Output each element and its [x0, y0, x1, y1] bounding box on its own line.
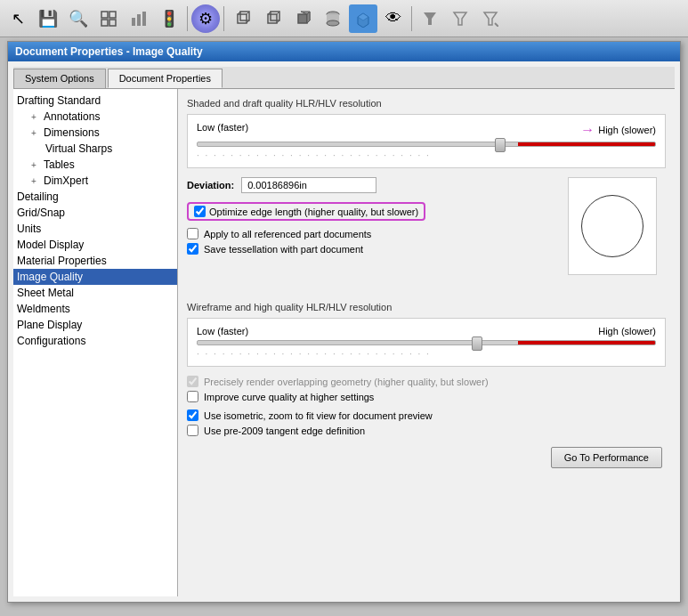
bottom-options: Use isometric, zoom to fit view for docu…	[187, 409, 666, 436]
tree-item-grid-snap[interactable]: Grid/Snap	[13, 205, 177, 221]
grid-icon[interactable]	[94, 4, 123, 33]
dialog-title: Document Properties - Image Quality	[8, 42, 680, 61]
search-icon[interactable]: 🔍	[64, 4, 93, 33]
chart-icon[interactable]	[125, 4, 153, 33]
svg-rect-3	[109, 20, 116, 26]
precisely-row: Precisely render overlapping geometry (h…	[187, 376, 666, 387]
svg-marker-27	[484, 12, 497, 25]
sep1	[187, 6, 188, 31]
svg-rect-0	[101, 12, 108, 18]
shaded-slider-row	[197, 142, 656, 147]
main-layout: Drafting Standard +Annotations +Dimensio…	[13, 89, 675, 596]
gear-icon[interactable]: ⚙	[191, 4, 220, 33]
wireframe-slider-thumb[interactable]	[472, 336, 482, 351]
pre2009-checkbox[interactable]	[187, 425, 198, 436]
cube-wire-icon[interactable]	[228, 4, 256, 33]
button-row: Go To Performance	[187, 447, 666, 468]
svg-rect-4	[132, 18, 135, 26]
optimize-box: Optimize edge length (higher quality, bu…	[187, 202, 425, 221]
tree-item-dimxpert[interactable]: +DimXpert	[13, 173, 177, 189]
wireframe-slider-labels: Low (faster) High (slower)	[197, 326, 656, 336]
slider-arrow-icon: →	[580, 122, 595, 138]
pre2009-row: Use pre-2009 tangent edge definition	[187, 425, 666, 436]
tree-item-sheet-metal[interactable]: Sheet Metal	[13, 285, 177, 301]
tree-item-weldments[interactable]: Weldments	[13, 301, 177, 317]
wireframe-section: Wireframe and high quality HLR/HLV resol…	[187, 302, 666, 402]
tree-item-configurations[interactable]: Configurations	[13, 333, 177, 349]
tree-item-units[interactable]: Units	[13, 221, 177, 237]
precisely-label: Precisely render overlapping geometry (h…	[204, 377, 489, 387]
svg-marker-25	[424, 12, 436, 25]
tree-item-virtual-sharps[interactable]: Virtual Sharps	[13, 141, 177, 157]
tab-document-properties[interactable]: Document Properties	[108, 69, 223, 88]
cube-blue-icon[interactable]	[349, 4, 377, 33]
tree-item-drafting-standard[interactable]: Drafting Standard	[13, 93, 177, 109]
shaded-section-title: Shaded and draft quality HLR/HLV resolut…	[187, 98, 666, 109]
tree-item-material-properties[interactable]: Material Properties	[13, 253, 177, 269]
improve-row: Improve curve quality at higher settings	[187, 391, 666, 402]
tabs: System Options Document Properties	[13, 67, 675, 89]
tree-item-annotations[interactable]: +Annotations	[13, 109, 177, 125]
sep2	[223, 6, 224, 31]
right-panel: Shaded and draft quality HLR/HLV resolut…	[178, 89, 675, 596]
wireframe-section-title: Wireframe and high quality HLR/HLV resol…	[187, 302, 666, 312]
wireframe-slider-section: Low (faster) High (slower) · · · · · · ·…	[187, 318, 666, 367]
filter1-icon[interactable]	[416, 4, 444, 33]
deviation-label: Deviation:	[187, 180, 234, 190]
svg-rect-6	[142, 12, 146, 26]
dialog: Document Properties - Image Quality Syst…	[7, 41, 681, 603]
dialog-content: System Options Document Properties Draft…	[8, 61, 680, 602]
wireframe-low-label: Low (faster)	[197, 326, 248, 336]
isometric-checkbox[interactable]	[187, 409, 198, 421]
shaded-slider-section: Low (faster) → High (slower) · · · · · ·…	[187, 114, 666, 168]
isometric-label[interactable]: Use isometric, zoom to fit view for docu…	[204, 410, 433, 421]
go-to-performance-button[interactable]: Go To Performance	[551, 447, 662, 468]
tree-item-model-display[interactable]: Model Display	[13, 237, 177, 253]
filter3-icon[interactable]	[476, 4, 505, 33]
optimize-checkbox[interactable]	[194, 206, 206, 217]
pre2009-label[interactable]: Use pre-2009 tangent edge definition	[204, 426, 365, 436]
svg-line-28	[495, 23, 498, 27]
toolbar: ↖ 💾 🔍 🚦 ⚙ 👁	[0, 0, 688, 37]
shaded-options-area: Deviation: Optimize edge length (higher …	[187, 177, 666, 293]
filter2-icon[interactable]	[446, 4, 474, 33]
arrow-icon[interactable]: ↖	[4, 4, 32, 33]
shaded-low-label: Low (faster)	[197, 122, 248, 138]
shaded-high-label: High (slower)	[598, 125, 656, 135]
precisely-checkbox	[187, 376, 198, 387]
cube-back-icon[interactable]	[258, 4, 287, 33]
tree-item-image-quality[interactable]: Image Quality	[13, 269, 177, 285]
preview-area	[568, 177, 657, 275]
wireframe-dots: · · · · · · · · · · · · · · · · · · · · …	[197, 349, 656, 359]
svg-rect-2	[101, 20, 108, 26]
shaded-dots: · · · · · · · · · · · · · · · · · · · · …	[197, 150, 656, 160]
apply-label[interactable]: Apply to all referenced part documents	[204, 229, 371, 239]
shaded-slider-thumb[interactable]	[495, 138, 506, 152]
wireframe-slider-track[interactable]	[197, 340, 656, 345]
circle-preview	[581, 195, 643, 257]
shaded-slider-track[interactable]	[197, 142, 656, 147]
save-label[interactable]: Save tessellation with part document	[204, 244, 363, 255]
tree-item-tables[interactable]: +Tables	[13, 157, 177, 173]
svg-marker-12	[268, 14, 277, 23]
traffic-light-icon[interactable]: 🚦	[155, 4, 183, 33]
eye-icon[interactable]: 👁	[379, 4, 408, 33]
svg-rect-5	[137, 14, 141, 26]
tree-item-detailing[interactable]: Detailing	[13, 189, 177, 205]
cube-solid-icon[interactable]	[288, 4, 317, 33]
apply-checkbox[interactable]	[187, 228, 198, 239]
save-checkbox[interactable]	[187, 243, 198, 255]
left-panel: Drafting Standard +Annotations +Dimensio…	[13, 89, 178, 596]
deviation-input[interactable]	[241, 177, 376, 193]
tree-item-dimensions[interactable]: +Dimensions	[13, 125, 177, 141]
cylinder-icon[interactable]	[319, 4, 347, 33]
svg-marker-17	[298, 14, 307, 23]
optimize-label[interactable]: Optimize edge length (higher quality, bu…	[209, 207, 418, 217]
svg-marker-19	[307, 12, 310, 23]
tree-item-plane-display[interactable]: Plane Display	[13, 317, 177, 333]
tab-system-options[interactable]: System Options	[13, 69, 106, 88]
improve-label[interactable]: Improve curve quality at higher settings	[204, 392, 374, 402]
isometric-row: Use isometric, zoom to fit view for docu…	[187, 409, 666, 421]
save-icon[interactable]: 💾	[34, 4, 62, 33]
improve-checkbox[interactable]	[187, 391, 198, 402]
